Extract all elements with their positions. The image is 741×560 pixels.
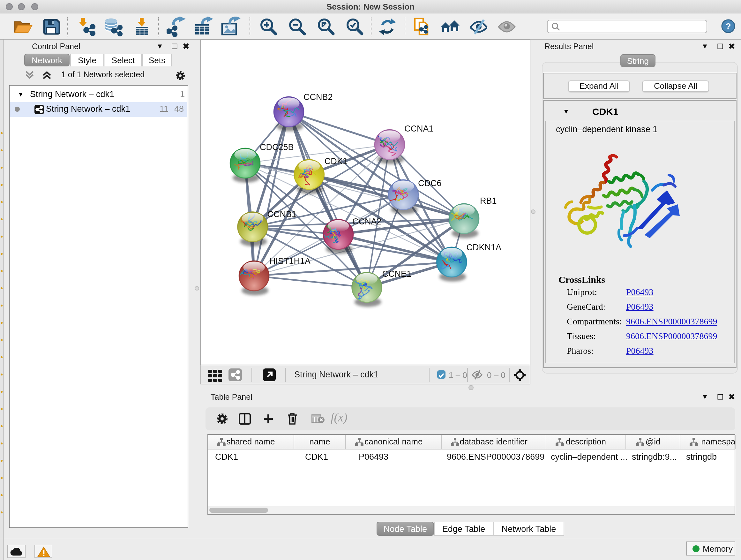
svg-text:CDKN1A: CDKN1A bbox=[466, 243, 501, 252]
svg-text:CCNA2: CCNA2 bbox=[352, 217, 382, 226]
svg-text:RB1: RB1 bbox=[480, 196, 497, 206]
svg-text:?: ? bbox=[725, 21, 731, 31]
svg-text:CCNB2: CCNB2 bbox=[304, 92, 333, 102]
svg-text:CCNB1: CCNB1 bbox=[267, 209, 297, 219]
svg-text:CDC25B: CDC25B bbox=[260, 142, 294, 152]
svg-text:HIST1H1A: HIST1H1A bbox=[269, 256, 311, 266]
svg-text:CCNA1: CCNA1 bbox=[404, 124, 434, 133]
svg-text:CDK1: CDK1 bbox=[325, 157, 347, 166]
svg-text:CDC6: CDC6 bbox=[418, 179, 442, 188]
svg-text:CCNE1: CCNE1 bbox=[382, 269, 412, 279]
